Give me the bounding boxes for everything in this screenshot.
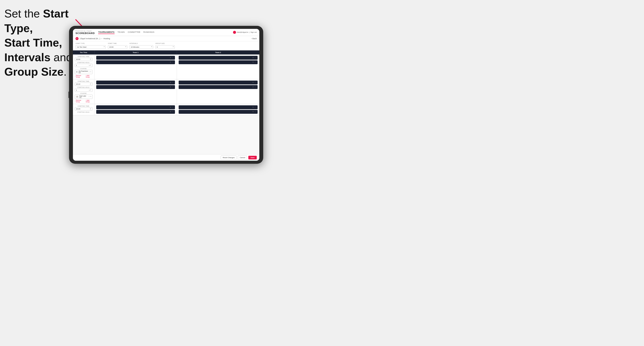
tee-group-3: STARTING TIME: 10:20 ⏱ STARTING HOLE: ✕ … [73, 104, 259, 115]
start-type-label: Start Type [76, 43, 106, 44]
starting-hole-label-1: STARTING HOLE: [75, 62, 92, 63]
course-remove-2[interactable]: × [89, 96, 90, 97]
tee-group-3-team2: ✕ ⋯ ✕ ⋯ [177, 104, 259, 115]
remove-player-2-4[interactable]: ✕ [252, 86, 254, 88]
group-size-group: Group Size 3 [155, 43, 175, 49]
reset-changes-button[interactable]: Reset Changes [221, 156, 236, 160]
course-remove-1[interactable]: × [89, 71, 90, 73]
logo: Powered by clippd SCOREBOARD [76, 30, 95, 34]
user-email: blair@clippd.io [237, 31, 248, 33]
course-select-1[interactable]: A (A) Peachtree GC × ✎ [75, 70, 92, 74]
remove-group-1[interactable]: ○ Remove Group [75, 75, 84, 78]
tee-group-1-team2: ✕ ⋯ ✕ ⋯ [177, 54, 259, 79]
add-group-1[interactable]: + Add Group [86, 75, 92, 78]
group-size-label: Group Size [155, 43, 175, 44]
start-time-select[interactable]: 10:00 [108, 45, 127, 49]
tee-actions-2: ○ Remove Group + Add Group [75, 100, 92, 103]
player-slot-3-4[interactable]: ✕ ⋯ [179, 110, 258, 114]
course-edit-1[interactable]: ✎ [90, 71, 92, 73]
player-slot-1-1[interactable]: ✕ ⋯ [96, 56, 175, 60]
player-slot-2-1[interactable]: ✕ ⋯ [96, 81, 175, 84]
edit-player-2-4[interactable]: ⋯ [254, 86, 256, 88]
edit-player-2-3[interactable]: ⋯ [254, 82, 256, 83]
clock-icon-1: ⏱ [90, 59, 91, 60]
remove-group-2[interactable]: ○ Remove Group [75, 100, 84, 103]
player-slot-3-1[interactable]: ✕ ⋯ [96, 105, 175, 109]
start-time-label: Start Time [108, 43, 127, 44]
breadcrumb-bar: C Clippd Invitational (M...) › Hosting ‹… [73, 36, 259, 41]
remove-player-3-4[interactable]: ✕ [252, 111, 254, 113]
breadcrumb-separator: › [102, 37, 102, 40]
edit-player-3-2[interactable]: ⋯ [172, 111, 173, 113]
sign-out-link[interactable]: Sign out [250, 31, 257, 33]
clock-icon-3: ⏱ [90, 108, 91, 110]
edit-player-1-1[interactable]: ⋯ [172, 57, 173, 59]
player-slot-1-2[interactable]: ✕ ⋯ [96, 60, 175, 64]
starting-time-value-3: 10:20 ⏱ [75, 107, 92, 111]
player-slot-1-4[interactable]: ✕ ⋯ [179, 60, 258, 64]
remove-player-2-2[interactable]: ✕ [170, 86, 171, 88]
tee-group-2-team1: ✕ ⋯ ✕ ⋯ [94, 79, 177, 104]
add-group-2[interactable]: + Add Group [86, 100, 92, 103]
remove-icon-2: ○ [75, 100, 76, 102]
user-info: blair@clippd.io | Sign out [233, 31, 257, 34]
remove-player-1-4[interactable]: ✕ [252, 61, 254, 63]
starting-time-label-1: STARTING TIME: [75, 56, 92, 57]
player-slot-2-4[interactable]: ✕ ⋯ [179, 85, 258, 89]
intervals-label: Intervals [130, 43, 153, 44]
tee-group-2-team2: ✕ ⋯ ✕ ⋯ [177, 79, 259, 104]
edit-player-3-1[interactable]: ⋯ [172, 106, 173, 108]
starting-hole-value-1: 1 ▲▼ [75, 64, 92, 67]
tee-group-1: STARTING TIME: 10:00 ⏱ STARTING HOLE: 1 … [73, 54, 259, 79]
remove-player-2-3[interactable]: ✕ [252, 82, 254, 83]
edit-player-3-3[interactable]: ⋯ [254, 106, 256, 108]
remove-player-3-3[interactable]: ✕ [252, 106, 254, 108]
col-team2: Team 2 [177, 50, 259, 54]
table-header: Tee Time Team 1 Team 2 [73, 50, 259, 54]
remove-player-1-3[interactable]: ✕ [252, 57, 254, 59]
col-tee-time: Tee Time [73, 50, 94, 54]
tab-tournaments[interactable]: TOURNAMENTS [98, 31, 114, 34]
player-slot-3-2[interactable]: ✕ ⋯ [96, 110, 175, 114]
edit-player-2-1[interactable]: ⋯ [172, 82, 173, 83]
edit-player-2-2[interactable]: ⋯ [172, 86, 173, 88]
tab-committee[interactable]: COMMITTEE [128, 31, 140, 34]
cancel-button[interactable]: Cancel [238, 156, 247, 160]
tab-teams[interactable]: TEAMS [118, 31, 125, 34]
intervals-select-wrapper: 10 Minutes [130, 45, 153, 49]
group-size-select[interactable]: 3 [155, 45, 175, 49]
intervals-select[interactable]: 10 Minutes [130, 45, 153, 49]
player-slot-1-3[interactable]: ✕ ⋯ [179, 56, 258, 60]
col-team1: Team 1 [94, 50, 177, 54]
course-edit-2[interactable]: ✎ [90, 96, 92, 98]
clock-icon-2: ⏱ [90, 83, 91, 85]
edit-player-1-2[interactable]: ⋯ [172, 61, 173, 63]
player-slot-2-2[interactable]: ✕ ⋯ [96, 85, 175, 89]
start-time-select-wrapper: 10:00 [108, 45, 127, 49]
course-label-2: COURSE: [75, 93, 92, 94]
remove-player-3-2[interactable]: ✕ [170, 111, 171, 113]
tab-rankings[interactable]: RANKINGS [144, 31, 154, 34]
user-avatar [233, 31, 236, 34]
back-button[interactable]: ‹ Back [251, 37, 257, 40]
save-button[interactable]: Save [248, 156, 257, 160]
instruction-panel: Set the Start Type, Start Time, Interval… [4, 6, 73, 79]
bold-start-type: Start Type, [4, 7, 68, 34]
tee-group-1-left: STARTING TIME: 10:00 ⏱ STARTING HOLE: 1 … [73, 54, 94, 79]
nav-tabs: TOURNAMENTS TEAMS COMMITTEE RANKINGS [98, 31, 233, 34]
start-type-select[interactable]: 1st Tee Start [76, 45, 106, 49]
course-select-2[interactable]: 🏌 East Lake GC × ✎ [75, 95, 92, 99]
remove-player-1-2[interactable]: ✕ [170, 61, 171, 63]
remove-player-3-1[interactable]: ✕ [170, 106, 171, 108]
player-slot-2-3[interactable]: ✕ ⋯ [179, 81, 258, 84]
course-tag-1: A [76, 71, 78, 73]
group-size-select-wrapper: 3 [155, 45, 175, 49]
player-slot-3-3[interactable]: ✕ ⋯ [179, 105, 258, 109]
edit-player-1-4[interactable]: ⋯ [254, 61, 256, 63]
remove-player-2-1[interactable]: ✕ [170, 82, 171, 83]
edit-player-3-4[interactable]: ⋯ [254, 111, 256, 113]
remove-player-1-1[interactable]: ✕ [170, 57, 171, 59]
tournament-name[interactable]: Clippd Invitational (M...) [80, 37, 100, 40]
starting-hole-value-2: 1 ▲▼ [75, 89, 92, 92]
edit-player-1-3[interactable]: ⋯ [254, 57, 256, 59]
